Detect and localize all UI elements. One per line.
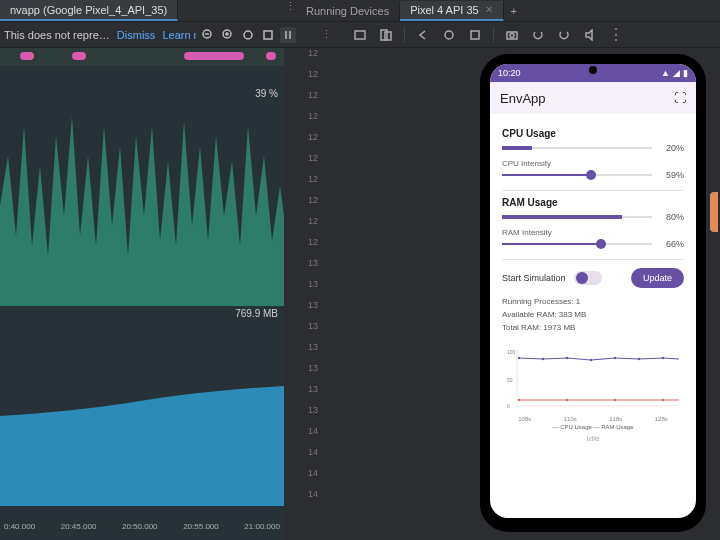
tab-profiler[interactable]: nvapp (Google Pixel_4_API_35) [0, 0, 178, 21]
ruler-tick: 12 [284, 237, 340, 258]
svg-point-15 [510, 33, 514, 37]
ruler-tick: 14 [284, 426, 340, 447]
cpu-usage-bar [502, 147, 652, 149]
window-icon[interactable] [352, 27, 368, 43]
svg-point-25 [590, 359, 592, 361]
xaxis-tick: 0:40.000 [4, 522, 35, 540]
screenshot-icon[interactable] [504, 27, 520, 43]
ruler-tick: 12 [284, 111, 340, 132]
device-overflow-icon[interactable]: ⋮ [608, 25, 620, 44]
total-value: 1973 MB [543, 323, 575, 332]
svg-text:50: 50 [507, 377, 513, 383]
session-pill[interactable] [184, 52, 244, 60]
ram-usage-title: RAM Usage [502, 197, 684, 208]
ruler-tick: 12 [284, 195, 340, 216]
close-icon[interactable]: ✕ [485, 4, 493, 15]
svg-point-26 [614, 357, 616, 359]
stats-block: Running Processes: 1 Available RAM: 383 … [502, 296, 684, 334]
session-pill[interactable] [20, 52, 34, 60]
svg-point-31 [614, 399, 616, 401]
svg-point-23 [542, 358, 544, 360]
reset-zoom-icon[interactable] [240, 27, 256, 43]
xaxis-tick: 20:55.000 [183, 522, 219, 540]
cpu-intensity-label: CPU Intensity [502, 159, 684, 168]
battery-icon: ▮ [683, 68, 688, 78]
home-icon[interactable] [441, 27, 457, 43]
rotate-right-icon[interactable] [556, 27, 572, 43]
device-toolbar: ⋮ [340, 22, 720, 48]
rotate-left-icon[interactable] [530, 27, 546, 43]
xaxis-tick: 20:45.000 [61, 522, 97, 540]
ruler-tick: 13 [284, 384, 340, 405]
tab-profiler-label: nvapp (Google Pixel_4_API_35) [10, 4, 167, 16]
ruler-tick: 12 [284, 132, 340, 153]
back-icon[interactable] [415, 27, 431, 43]
time-ruler: 1212121212121212121213131313131313131414… [284, 48, 340, 540]
attach-icon[interactable] [260, 27, 276, 43]
tab-running-devices[interactable]: Running Devices [296, 2, 400, 20]
ruler-tick: 13 [284, 342, 340, 363]
ruler-tick: 13 [284, 279, 340, 300]
volume-icon[interactable] [582, 27, 598, 43]
tab-device[interactable]: Pixel 4 API 35 ✕ [400, 1, 504, 21]
cpu-intensity-value: 59% [658, 170, 684, 180]
tab-device-label: Pixel 4 API 35 [410, 4, 479, 16]
ram-intensity-slider[interactable] [502, 243, 652, 245]
ruler-tick: 12 [284, 48, 340, 69]
avail-label: Available RAM: [502, 310, 557, 319]
total-label: Total RAM: [502, 323, 541, 332]
cpu-usage-value: 20% [658, 143, 684, 153]
tab-overflow-icon[interactable]: ⋮ [284, 0, 296, 21]
learn-more-link[interactable]: Learn more [162, 29, 196, 41]
mini-chart: 100 50 0 [502, 340, 684, 416]
warning-text: This does not repre… [4, 29, 110, 41]
devices-icon[interactable] [378, 27, 394, 43]
svg-marker-16 [586, 30, 592, 40]
fullscreen-icon[interactable]: ⛶ [674, 91, 686, 105]
ruler-tick: 14 [284, 489, 340, 510]
overview-icon[interactable] [467, 27, 483, 43]
xaxis-tick: 21:00.000 [244, 522, 280, 540]
start-sim-toggle[interactable] [574, 271, 602, 285]
svg-point-28 [662, 357, 664, 359]
svg-point-5 [244, 31, 252, 39]
svg-point-22 [518, 357, 520, 359]
session-pill[interactable] [266, 52, 276, 60]
camera-notch [589, 66, 597, 74]
cpu-pct-label: 39 % [255, 88, 278, 99]
add-tab-button[interactable]: + [504, 2, 524, 20]
ram-usage-value: 80% [658, 212, 684, 222]
ram-intensity-value: 66% [658, 239, 684, 249]
memory-chart[interactable]: 769.9 MB [0, 306, 284, 506]
pause-icon[interactable] [280, 27, 296, 43]
start-sim-label: Start Simulation [502, 273, 566, 283]
app-bar: EnvApp ⛶ [490, 82, 696, 114]
side-handle[interactable] [710, 192, 718, 232]
warning-banner: This does not repre… Dismiss Learn more [0, 29, 196, 41]
svg-point-29 [518, 399, 520, 401]
ruler-tick: 13 [284, 363, 340, 384]
zoom-in-icon[interactable] [220, 27, 236, 43]
ruler-tick: 13 [284, 405, 340, 426]
svg-point-24 [566, 357, 568, 359]
mini-chart-legend: — CPU Usage — RAM Usage [502, 424, 684, 430]
svg-point-12 [445, 31, 453, 39]
svg-text:0: 0 [507, 403, 510, 409]
profiler-xaxis: 0:40.000 20:45.000 20:50.000 20:55.000 2… [0, 522, 284, 540]
svg-rect-11 [385, 32, 391, 40]
panel-overflow-icon[interactable]: ⋮ [320, 28, 332, 41]
avail-value: 383 MB [559, 310, 587, 319]
dismiss-link[interactable]: Dismiss [117, 29, 156, 41]
ram-usage-bar [502, 216, 652, 218]
session-pill[interactable] [72, 52, 86, 60]
cpu-chart[interactable]: 39 % [0, 66, 284, 306]
cpu-intensity-slider[interactable] [502, 174, 652, 176]
svg-point-27 [638, 358, 640, 360]
ruler-tick: 12 [284, 69, 340, 90]
ruler-tick: 12 [284, 90, 340, 111]
zoom-out-icon[interactable] [200, 27, 216, 43]
mini-chart-xaxis: 108s 110s 118s 128s [502, 416, 684, 422]
svg-point-32 [662, 399, 664, 401]
ruler-tick: 13 [284, 321, 340, 342]
update-button[interactable]: Update [631, 268, 684, 288]
